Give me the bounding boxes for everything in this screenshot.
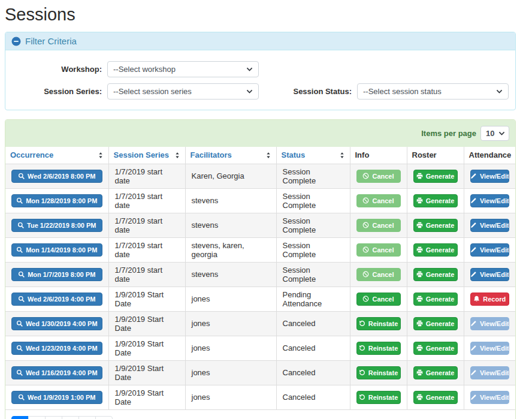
attendance-viewedit-button[interactable]: View/Edit bbox=[470, 243, 510, 257]
session-row: Mon 1/7/2019 8:00 PM1/7/2019 start dates… bbox=[5, 262, 515, 287]
page-button-3[interactable]: 3 bbox=[45, 416, 62, 419]
occurrence-button[interactable]: Wed 1/30/2019 4:00 PM bbox=[11, 317, 102, 330]
attendance-viewedit-button[interactable]: View/Edit bbox=[470, 268, 510, 281]
table-footer-row: 12345» 1356 Record(s) bbox=[5, 410, 515, 419]
occurrence-button[interactable]: Tue 1/22/2019 8:00 PM bbox=[11, 219, 102, 232]
page-button-4[interactable]: 4 bbox=[62, 416, 79, 419]
occurrence-label: Mon 1/28/2019 8:00 PM bbox=[26, 197, 97, 204]
attendance-viewedit-button[interactable]: View/Edit bbox=[470, 194, 510, 207]
info-cancel-button[interactable]: Cancel bbox=[356, 243, 401, 257]
attendance-viewedit-button[interactable]: View/Edit bbox=[470, 317, 510, 330]
info-cancel-button[interactable]: Cancel bbox=[356, 170, 401, 183]
roster-generate-button[interactable]: Generate bbox=[413, 366, 458, 379]
info-cancel-button[interactable]: Cancel bbox=[356, 194, 401, 207]
info-reinstate-button[interactable]: Reinstate bbox=[356, 391, 401, 404]
roster-generate-button[interactable]: Generate bbox=[413, 243, 458, 257]
items-per-page-select[interactable]: 10 bbox=[480, 126, 509, 141]
facilitators-cell: stevens, karen, georgia bbox=[185, 237, 276, 262]
search-icon bbox=[16, 345, 23, 351]
column-header-occurrence[interactable]: Occurrence bbox=[5, 147, 108, 164]
workshop-select-value: --Select workshop bbox=[113, 65, 176, 74]
session-status-select[interactable]: --Select session status bbox=[357, 83, 509, 100]
occurrence-button[interactable]: Wed 2/6/2019 4:00 PM bbox=[11, 293, 102, 306]
occurrence-button[interactable]: Mon 1/28/2019 8:00 PM bbox=[11, 194, 102, 207]
attendance-viewedit-button[interactable]: View/Edit bbox=[470, 342, 510, 355]
column-header-session-series[interactable]: Session Series bbox=[108, 147, 185, 164]
button-label: Generate bbox=[426, 320, 455, 327]
print-icon bbox=[416, 345, 423, 351]
button-label: Generate bbox=[426, 173, 455, 180]
session-status-label: Session Status: bbox=[266, 87, 357, 96]
column-header-facilitators[interactable]: Facilitators bbox=[185, 147, 276, 164]
page-button-5[interactable]: 5 bbox=[78, 416, 96, 419]
occurrence-button[interactable]: Mon 1/14/2019 8:00 PM bbox=[11, 243, 102, 257]
button-label: Generate bbox=[426, 197, 455, 204]
print-icon bbox=[416, 394, 423, 400]
info-cancel-button[interactable]: Cancel bbox=[356, 268, 401, 281]
status-cell: Session Complete bbox=[276, 188, 350, 213]
session-series-cell: 1/9/2019 Start Date bbox=[108, 360, 185, 385]
filter-panel: Filter Criteria Workshop: --Select works… bbox=[5, 32, 516, 110]
session-series-label: Session Series: bbox=[11, 87, 107, 96]
button-label: Cancel bbox=[372, 222, 394, 229]
attendance-viewedit-button[interactable]: View/Edit bbox=[470, 219, 510, 232]
occurrence-button[interactable]: Wed 1/23/2019 4:00 PM bbox=[11, 342, 102, 355]
info-reinstate-button[interactable]: Reinstate bbox=[356, 317, 401, 330]
items-per-page-value: 10 bbox=[486, 129, 494, 138]
page-button-2[interactable]: 2 bbox=[28, 416, 46, 419]
occurrence-button[interactable]: Wed 2/6/2019 8:00 PM bbox=[11, 170, 102, 183]
roster-generate-button[interactable]: Generate bbox=[413, 317, 458, 330]
pencil-icon bbox=[470, 345, 477, 351]
column-header-status[interactable]: Status bbox=[276, 147, 350, 164]
workshop-select[interactable]: --Select workshop bbox=[107, 61, 259, 77]
roster-generate-button[interactable]: Generate bbox=[413, 170, 458, 183]
info-cancel-button[interactable]: Cancel bbox=[356, 219, 401, 232]
attendance-viewedit-button[interactable]: View/Edit bbox=[470, 366, 510, 379]
print-icon bbox=[416, 271, 423, 278]
occurrence-label: Mon 1/14/2019 8:00 PM bbox=[26, 246, 97, 254]
session-series-select[interactable]: --Select session series bbox=[107, 83, 259, 100]
occurrence-button[interactable]: Wed 1/16/2019 4:00 PM bbox=[11, 366, 102, 379]
attendance-viewedit-button[interactable]: View/Edit bbox=[470, 170, 510, 183]
attendance-record-button[interactable]: Record bbox=[470, 293, 510, 306]
button-label: View/Edit bbox=[480, 197, 509, 204]
sessions-page: Sessions Filter Criteria Workshop: --Sel… bbox=[0, 0, 532, 419]
column-label: Attendance bbox=[469, 150, 512, 159]
attendance-viewedit-button[interactable]: View/Edit bbox=[470, 391, 510, 404]
column-header-info: Info bbox=[350, 147, 407, 164]
pencil-icon bbox=[470, 394, 477, 400]
print-icon bbox=[416, 296, 423, 302]
roster-generate-button[interactable]: Generate bbox=[413, 391, 458, 404]
page-button-1[interactable]: 1 bbox=[11, 416, 29, 419]
occurrence-label: Mon 1/7/2019 8:00 PM bbox=[28, 271, 95, 278]
chevron-down-icon bbox=[498, 129, 506, 137]
filter-criteria-header[interactable]: Filter Criteria bbox=[5, 32, 515, 50]
chevron-down-icon bbox=[246, 65, 253, 73]
occurrence-label: Wed 1/9/2019 1:00 PM bbox=[28, 394, 96, 401]
print-icon bbox=[416, 173, 423, 179]
button-label: Cancel bbox=[372, 197, 394, 204]
button-label: Generate bbox=[426, 271, 455, 278]
button-label: Cancel bbox=[372, 173, 394, 180]
roster-generate-button[interactable]: Generate bbox=[413, 342, 458, 355]
sort-icon bbox=[97, 152, 104, 159]
button-label: Cancel bbox=[372, 246, 394, 254]
session-series-cell: 1/7/2019 start date bbox=[108, 164, 185, 188]
session-row: Tue 1/22/2019 8:00 PM1/7/2019 start date… bbox=[5, 213, 515, 237]
occurrence-button[interactable]: Mon 1/7/2019 8:00 PM bbox=[11, 268, 102, 281]
roster-generate-button[interactable]: Generate bbox=[413, 219, 458, 232]
search-icon bbox=[18, 271, 25, 278]
roster-generate-button[interactable]: Generate bbox=[413, 293, 458, 306]
occurrence-label: Wed 2/6/2019 8:00 PM bbox=[28, 173, 96, 180]
info-reinstate-button[interactable]: Reinstate bbox=[356, 366, 401, 379]
roster-generate-button[interactable]: Generate bbox=[413, 194, 458, 207]
pencil-icon bbox=[470, 246, 477, 253]
info-reinstate-button[interactable]: Reinstate bbox=[356, 342, 401, 355]
header-row: OccurrenceSession SeriesFacilitatorsStat… bbox=[5, 147, 515, 164]
page-button-»[interactable]: » bbox=[95, 416, 113, 419]
info-cancel-button[interactable]: Cancel bbox=[356, 293, 401, 306]
search-icon bbox=[16, 246, 23, 253]
roster-generate-button[interactable]: Generate bbox=[413, 268, 458, 281]
workshop-label: Workshop: bbox=[11, 65, 107, 74]
occurrence-button[interactable]: Wed 1/9/2019 1:00 PM bbox=[11, 391, 102, 404]
